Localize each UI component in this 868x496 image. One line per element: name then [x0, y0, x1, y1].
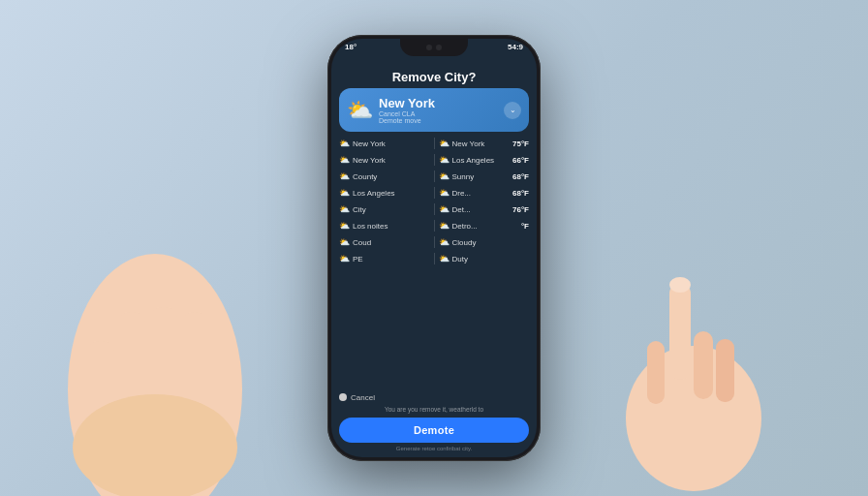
row-name-left: New York	[353, 140, 386, 148]
svg-rect-4	[182, 312, 207, 409]
row-name-left: New York	[353, 156, 386, 165]
row-icon-left: ⛅	[339, 221, 350, 231]
row-temp: °F	[521, 222, 529, 231]
row-temp: 76°F	[512, 205, 529, 214]
cancel-row: Cancel	[339, 393, 529, 402]
row-icon-left: ⛅	[339, 237, 350, 247]
svg-rect-10	[647, 341, 665, 404]
city-weather-icon: ⛅	[347, 100, 373, 121]
row-icon-left: ⛅	[339, 188, 350, 198]
row-icon-right: ⛅	[439, 188, 450, 198]
row-icon-right: ⛅	[439, 204, 450, 214]
phone-shell: 18° 54:9 Remove City? ⛅ New York Cancel …	[327, 35, 541, 461]
table-row: ⛅ New York ⛅ New York 75°F	[339, 136, 529, 151]
row-temp: 66°F	[512, 156, 529, 165]
svg-point-11	[669, 277, 691, 293]
cancel-label[interactable]: Cancel	[351, 393, 375, 402]
row-name-left: County	[353, 172, 377, 181]
row-name-right: Los Angeles	[452, 156, 495, 165]
row-icon-right: ⛅	[439, 221, 450, 231]
row-name-right: New York	[452, 140, 485, 148]
row-icon-right: ⛅	[439, 171, 450, 181]
camera-icon	[426, 45, 432, 50]
row-name-right: Detro...	[452, 222, 478, 231]
table-row: ⛅ City ⛅ Det... 76°F	[339, 202, 529, 217]
row-name-left: Los Angeles	[353, 189, 395, 198]
row-temp: 75°F	[512, 140, 529, 148]
row-name-left: Los noites	[353, 222, 388, 231]
table-row: ⛅ Los Angeles ⛅ Dre... 68°F	[339, 185, 529, 201]
row-icon-left: ⛅	[339, 171, 350, 181]
row-icon-left: ⛅	[339, 254, 350, 264]
info-text: You are you remove it, weatherld to	[339, 406, 529, 414]
phone-notch	[400, 39, 468, 56]
speaker-icon	[436, 45, 442, 50]
row-icon-left: ⛅	[339, 155, 350, 165]
row-name-right: Dre...	[452, 189, 472, 198]
row-name-right: Duty	[452, 255, 468, 264]
table-row: ⛅ New York ⛅ Los Angeles 66°F	[339, 152, 529, 168]
row-name-left: PE	[353, 255, 363, 264]
row-temp: 68°F	[512, 172, 529, 181]
svg-point-5	[73, 394, 237, 496]
scene: 18° 54:9 Remove City? ⛅ New York Cancel …	[0, 0, 868, 496]
row-name-right: Det...	[452, 205, 471, 214]
row-name-left: Coud	[353, 238, 371, 247]
left-hand	[58, 196, 252, 496]
row-icon-left: ⛅	[339, 139, 350, 148]
row-temp: 68°F	[512, 189, 529, 198]
phone-screen: 18° 54:9 Remove City? ⛅ New York Cancel …	[331, 39, 537, 457]
svg-rect-8	[694, 331, 713, 399]
table-row: ⛅ Coud ⛅ Cloudy	[339, 234, 529, 250]
row-name-right: Cloudy	[452, 238, 477, 247]
city-card-sub2: Demote move	[379, 117, 498, 124]
city-card-name: New York	[379, 96, 498, 110]
row-name-left: City	[353, 205, 366, 214]
row-icon-right: ⛅	[439, 237, 450, 247]
row-icon-right: ⛅	[439, 254, 450, 264]
svg-rect-9	[716, 339, 734, 402]
svg-rect-2	[118, 312, 145, 409]
row-icon-right: ⛅	[439, 155, 450, 165]
bottom-section: Cancel You are you remove it, weatherld …	[331, 389, 537, 457]
city-list: ⛅ New York ⛅ New York 75°F ⛅	[331, 136, 537, 389]
table-row: ⛅ Los noites ⛅ Detro... °F	[339, 218, 529, 233]
city-card-sub1: Cancel CLA	[379, 110, 498, 117]
svg-rect-3	[150, 307, 177, 409]
screen-content: Remove City? ⛅ New York Cancel CLA Demot…	[331, 64, 537, 457]
cancel-icon	[339, 393, 347, 401]
city-card[interactable]: ⛅ New York Cancel CLA Demote move ⌄	[339, 88, 529, 132]
table-row: ⛅ County ⛅ Sunny 68°F	[339, 169, 529, 184]
city-expand-icon[interactable]: ⌄	[504, 102, 521, 119]
row-icon-left: ⛅	[339, 204, 350, 214]
status-temp-left: 18°	[345, 43, 356, 51]
table-row: ⛅ PE ⛅ Duty	[339, 251, 529, 266]
demote-button[interactable]: Demote	[339, 418, 529, 443]
city-card-info: New York Cancel CLA Demote move	[379, 96, 498, 124]
confirm-text: Generate retoe confiribat city.	[339, 446, 529, 451]
row-icon-right: ⛅	[439, 139, 450, 148]
right-hand	[597, 225, 771, 496]
svg-rect-7	[669, 283, 691, 380]
dialog-title: Remove City?	[331, 64, 537, 88]
status-time-right: 54:9	[508, 43, 523, 51]
row-name-right: Sunny	[452, 172, 475, 181]
